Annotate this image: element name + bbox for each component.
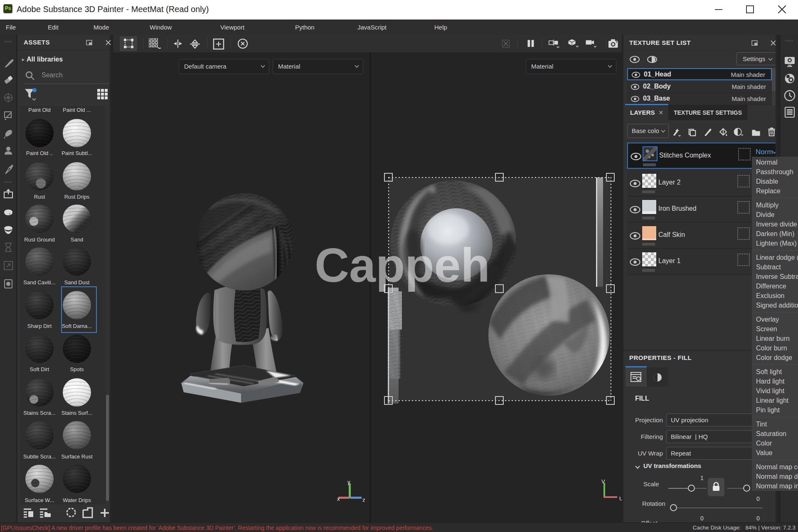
svg-text:x: x (337, 496, 340, 502)
svg-text:1: 1 (9, 212, 11, 217)
svg-text:V: V (601, 479, 605, 485)
svg-text:y: y (347, 480, 350, 485)
svg-text:U: U (619, 495, 622, 502)
svg-text:z: z (362, 497, 365, 503)
